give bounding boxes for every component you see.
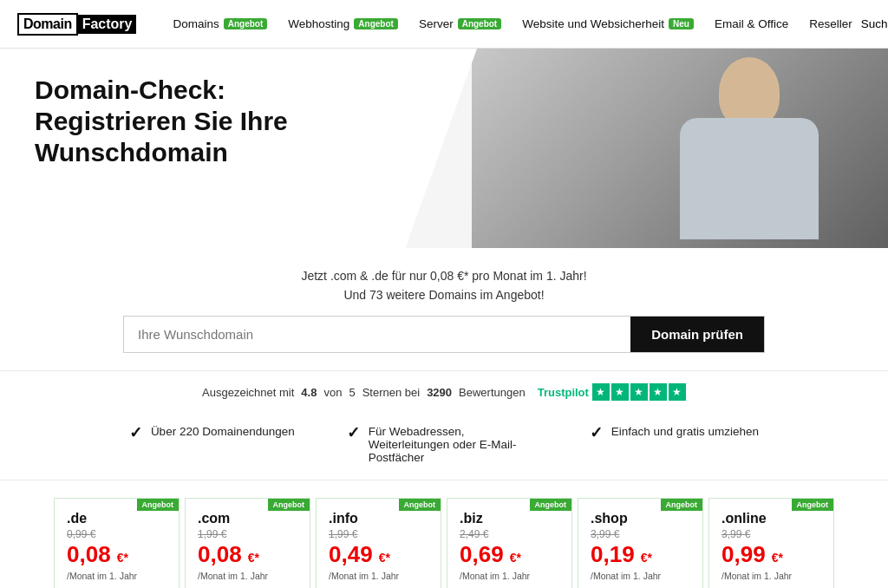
nav-label-webhosting: Webhosting xyxy=(288,17,349,30)
trustpilot-stars: ★ ★ ★ ★ ★ xyxy=(592,383,686,401)
logo-factory: Factory xyxy=(78,15,137,34)
card-period-0: /Monat im 1. Jahr xyxy=(67,571,166,581)
card-price-5: 0,99 €* xyxy=(722,542,821,567)
domain-card-1[interactable]: Angebot .com 1,99 € 0,08 €* /Monat im 1.… xyxy=(185,498,310,588)
card-ext-0: .de xyxy=(67,511,166,526)
trustpilot-brand: Trustpilot xyxy=(538,386,589,399)
badge-server: Angebot xyxy=(458,18,502,29)
card-price-0: 0,08 €* xyxy=(67,542,166,567)
domain-card-4[interactable]: Angebot .shop 3,99 € 0,19 €* /Monat im 1… xyxy=(578,498,703,588)
hero-title: Domain-Check: Registrieren Sie Ihre Wuns… xyxy=(35,75,442,168)
nav-label-server: Server xyxy=(419,17,454,30)
card-badge-1: Angebot xyxy=(268,499,310,511)
card-orig-price-3: 2,49 € xyxy=(460,528,559,540)
trustpilot-logo: Trustpilot ★ ★ ★ ★ ★ xyxy=(538,383,686,401)
card-period-5: /Monat im 1. Jahr xyxy=(722,571,821,581)
domain-search-input[interactable] xyxy=(124,317,630,352)
checkmark-icon-0: ✓ xyxy=(129,423,142,442)
card-orig-price-0: 0,99 € xyxy=(67,528,166,540)
card-badge-4: Angebot xyxy=(661,499,703,511)
card-ext-2: .info xyxy=(329,511,428,526)
tp-star-4: ★ xyxy=(650,383,667,401)
logo[interactable]: Domain Factory xyxy=(17,13,136,36)
domain-card-0[interactable]: Angebot .de 0,99 € 0,08 €* /Monat im 1. … xyxy=(54,498,180,588)
nav-item-domains[interactable]: Domains Angebot xyxy=(164,12,276,36)
nav-item-server[interactable]: Server Angebot xyxy=(410,12,510,36)
trust-text-stars: Sternen bei xyxy=(362,386,421,399)
card-ext-5: .online xyxy=(722,511,821,526)
trust-rating: 4.8 xyxy=(301,386,317,399)
trust-reviews-count: 3290 xyxy=(427,386,452,399)
feature-item-1: ✓ Für Webadressen, Weiterleitungen oder … xyxy=(347,425,538,464)
card-price-1: 0,08 €* xyxy=(198,542,297,567)
search-nav-label: Suchen xyxy=(861,17,888,30)
tp-star-2: ★ xyxy=(611,383,629,401)
card-orig-price-4: 3,99 € xyxy=(591,528,690,540)
tp-star-3: ★ xyxy=(630,383,648,401)
card-badge-3: Angebot xyxy=(530,499,572,511)
hero-person-image xyxy=(663,57,836,239)
nav-item-website[interactable]: Website und Websicherheit Neu xyxy=(513,12,702,36)
domain-search-bar: Domain prüfen xyxy=(123,316,765,353)
card-period-2: /Monat im 1. Jahr xyxy=(329,571,428,581)
feature-item-0: ✓ Über 220 Domainendungen xyxy=(129,425,295,442)
feature-text-2: Einfach und gratis umziehen xyxy=(611,425,759,438)
logo-domain: Domain xyxy=(17,13,78,36)
nav-item-reseller[interactable]: Reseller xyxy=(800,12,861,36)
features-section: ✓ Über 220 Domainendungen ✓ Für Webadres… xyxy=(0,409,888,480)
trust-text-of: von xyxy=(323,386,342,399)
card-period-1: /Monat im 1. Jahr xyxy=(198,571,297,581)
search-subtitle-2: Und 73 weitere Domains im Angebot! xyxy=(35,288,853,302)
nav-label-website: Website und Websicherheit xyxy=(522,17,664,30)
main-nav: Domains Angebot Webhosting Angebot Serve… xyxy=(164,12,860,36)
search-nav-button[interactable]: Suchen xyxy=(861,17,888,31)
domain-cards-section: Angebot .de 0,99 € 0,08 €* /Monat im 1. … xyxy=(0,480,888,588)
card-badge-2: Angebot xyxy=(399,499,441,511)
nav-label-reseller: Reseller xyxy=(809,17,852,30)
nav-item-email[interactable]: Email & Office xyxy=(706,12,797,36)
card-orig-price-5: 3,99 € xyxy=(722,528,821,540)
checkmark-icon-2: ✓ xyxy=(590,423,603,442)
domain-card-2[interactable]: Angebot .info 1,99 € 0,49 €* /Monat im 1… xyxy=(316,498,441,588)
hero-section: Domain-Check: Registrieren Sie Ihre Wuns… xyxy=(0,49,888,248)
card-ext-3: .biz xyxy=(460,511,559,526)
badge-website: Neu xyxy=(669,18,694,29)
search-subtitle-1: Jetzt .com & .de für nur 0,08 €* pro Mon… xyxy=(35,269,853,283)
domain-card-3[interactable]: Angebot .biz 2,49 € 0,69 €* /Monat im 1.… xyxy=(447,498,572,588)
hero-background-image xyxy=(472,49,888,248)
feature-text-1: Für Webadressen, Weiterleitungen oder E-… xyxy=(369,425,538,464)
card-orig-price-1: 1,99 € xyxy=(198,528,297,540)
card-badge-0: Angebot xyxy=(137,499,180,511)
hero-content: Domain-Check: Registrieren Sie Ihre Wuns… xyxy=(0,49,477,248)
trustpilot-section: Ausgezeichnet mit 4.8 von 5 Sternen bei … xyxy=(0,371,888,409)
nav-label-domains: Domains xyxy=(173,17,219,30)
nav-label-email: Email & Office xyxy=(715,17,788,30)
card-ext-4: .shop xyxy=(591,511,690,526)
trust-text-reviews: Bewertungen xyxy=(459,386,526,399)
badge-webhosting: Angebot xyxy=(354,18,398,29)
card-ext-1: .com xyxy=(198,511,297,526)
card-price-3: 0,69 €* xyxy=(460,542,559,567)
domain-search-button[interactable]: Domain prüfen xyxy=(630,317,764,352)
header: Domain Factory Domains Angebot Webhostin… xyxy=(0,0,888,49)
search-section: Jetzt .com & .de für nur 0,08 €* pro Mon… xyxy=(0,248,888,371)
badge-domains: Angebot xyxy=(224,18,268,29)
tp-star-1: ★ xyxy=(592,383,610,401)
nav-item-webhosting[interactable]: Webhosting Angebot xyxy=(279,12,407,36)
card-period-4: /Monat im 1. Jahr xyxy=(591,571,690,581)
trust-stars-num: 5 xyxy=(349,386,355,399)
trust-text-before: Ausgezeichnet mit xyxy=(202,386,294,399)
card-price-4: 0,19 €* xyxy=(591,542,690,567)
card-orig-price-2: 1,99 € xyxy=(329,528,428,540)
domain-card-5[interactable]: Angebot .online 3,99 € 0,99 €* /Monat im… xyxy=(708,498,834,588)
card-period-3: /Monat im 1. Jahr xyxy=(460,571,559,581)
card-price-2: 0,49 €* xyxy=(329,542,428,567)
feature-text-0: Über 220 Domainendungen xyxy=(151,425,295,438)
checkmark-icon-1: ✓ xyxy=(347,423,360,442)
tp-star-5: ★ xyxy=(669,383,686,401)
feature-item-2: ✓ Einfach und gratis umziehen xyxy=(590,425,759,442)
card-badge-5: Angebot xyxy=(792,499,834,511)
